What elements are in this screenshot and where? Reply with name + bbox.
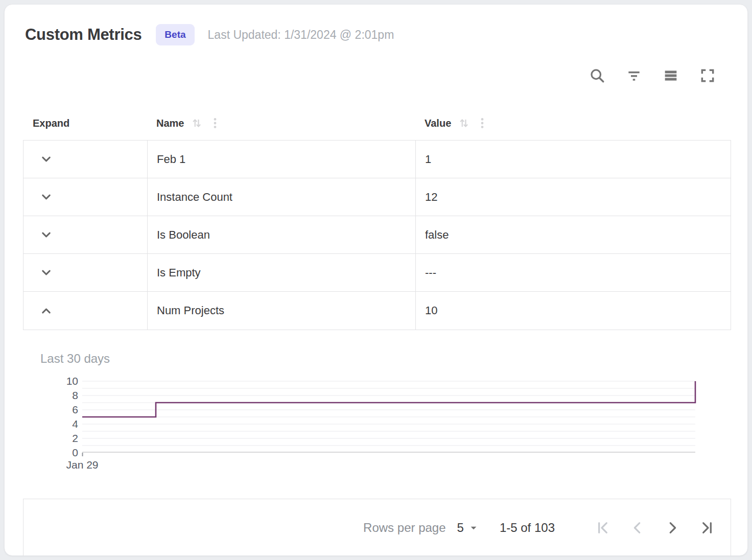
expand-cell [24, 292, 148, 330]
rows-per-page-select[interactable]: 5 [457, 521, 464, 535]
expand-chevron-icon[interactable] [39, 152, 53, 166]
filter-icon[interactable] [626, 67, 642, 84]
x-axis-label: Jan 29 [66, 459, 98, 471]
expand-chevron-icon[interactable] [39, 266, 53, 279]
table-row: Instance Count 12 [24, 178, 731, 216]
column-label: Value [425, 118, 451, 129]
next-page-button[interactable] [664, 520, 680, 536]
expand-chevron-icon[interactable] [39, 228, 53, 242]
y-tick-label: 4 [72, 418, 78, 430]
last-updated-text: Last Updated: 1/31/2024 @ 2:01pm [208, 28, 394, 42]
chart-plot-svg [82, 381, 695, 453]
expand-cell [24, 254, 148, 291]
column-label: Expand [33, 118, 69, 129]
table-body: Feb 1 1 Instance Count 12 Is Boolean fal… [23, 140, 731, 330]
name-cell: Is Empty [148, 254, 416, 291]
name-cell: Feb 1 [148, 141, 416, 178]
last-page-button[interactable] [699, 520, 715, 536]
y-tick-label: 0 [72, 447, 78, 459]
y-tick-label: 2 [72, 432, 78, 445]
card-header: Custom Metrics Beta Last Updated: 1/31/2… [25, 24, 394, 45]
column-header-expand: Expand [23, 118, 147, 129]
table-row: Num Projects 10 [24, 292, 731, 330]
table-row: Feb 1 1 [24, 141, 731, 178]
caret-down-icon[interactable] [467, 521, 480, 534]
pagination-footer: Rows per page 5 1-5 of 103 [23, 499, 731, 556]
name-cell: Num Projects [148, 292, 416, 330]
table-toolbar [589, 67, 716, 84]
sort-icon[interactable] [457, 116, 471, 130]
detail-panel: Last 30 days 0246810 Jan 29 [23, 330, 731, 453]
value-cell: false [416, 216, 731, 253]
density-icon[interactable] [663, 67, 679, 84]
expand-chevron-icon[interactable] [39, 190, 53, 204]
chart-plot: Jan 29 [82, 381, 695, 453]
y-tick-label: 6 [72, 404, 78, 416]
table-row: Is Boolean false [24, 216, 731, 254]
value-cell: 12 [416, 178, 731, 216]
value-cell: 1 [416, 141, 731, 178]
table-header-row: Expand Name Value [23, 108, 731, 138]
search-icon[interactable] [589, 67, 605, 84]
column-menu-icon[interactable] [208, 116, 222, 130]
beta-badge: Beta [156, 24, 194, 45]
expand-cell [24, 141, 148, 178]
table-row: Is Empty --- [24, 254, 731, 292]
value-cell: 10 [416, 292, 731, 330]
chart-title: Last 30 days [40, 352, 731, 366]
column-header-name[interactable]: Name [147, 116, 415, 130]
value-cell: --- [416, 254, 731, 291]
column-label: Name [156, 118, 184, 129]
chart: 0246810 Jan 29 [23, 381, 731, 453]
expand-chevron-icon[interactable] [39, 304, 53, 318]
y-axis-labels: 0246810 [23, 381, 78, 453]
expand-cell [24, 178, 148, 216]
page-title: Custom Metrics [25, 26, 142, 44]
fullscreen-icon[interactable] [699, 67, 716, 84]
column-menu-icon[interactable] [476, 116, 489, 130]
y-tick-label: 10 [66, 375, 78, 387]
name-cell: Instance Count [148, 178, 416, 216]
page-range-label: 1-5 of 103 [500, 521, 555, 535]
y-tick-label: 8 [72, 389, 78, 402]
first-page-button[interactable] [595, 520, 611, 536]
column-header-value[interactable]: Value [415, 116, 731, 130]
name-cell: Is Boolean [148, 216, 416, 253]
previous-page-button[interactable] [629, 520, 646, 536]
custom-metrics-card: Custom Metrics Beta Last Updated: 1/31/2… [4, 4, 748, 556]
sort-icon[interactable] [190, 116, 203, 130]
rows-per-page-label: Rows per page [363, 521, 445, 535]
expand-cell [24, 216, 148, 253]
